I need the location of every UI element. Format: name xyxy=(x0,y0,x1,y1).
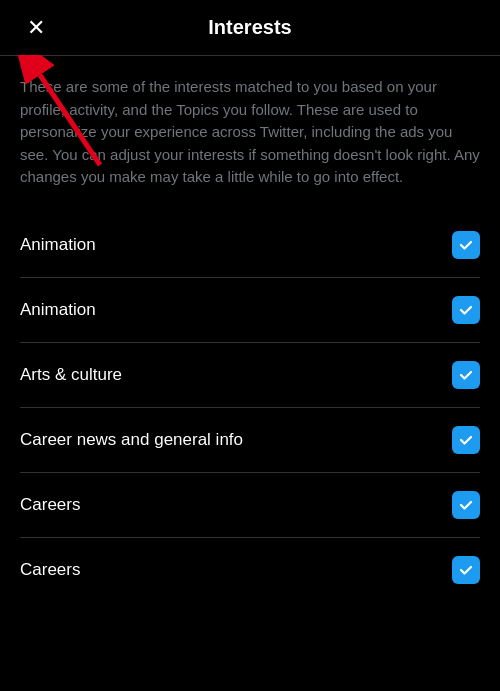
interest-checkbox[interactable] xyxy=(452,556,480,584)
interest-checkbox[interactable] xyxy=(452,426,480,454)
close-button[interactable]: ✕ xyxy=(20,12,52,44)
interest-checkbox[interactable] xyxy=(452,231,480,259)
description-text: These are some of the interests matched … xyxy=(0,56,500,213)
list-item: Careers xyxy=(20,473,480,538)
interest-checkbox[interactable] xyxy=(452,296,480,324)
interest-checkbox[interactable] xyxy=(452,491,480,519)
interest-label: Animation xyxy=(20,300,96,320)
header: ✕ Interests xyxy=(0,0,500,56)
list-item: Career news and general info xyxy=(20,408,480,473)
interest-label: Careers xyxy=(20,495,80,515)
list-item: Careers xyxy=(20,538,480,602)
interest-label: Animation xyxy=(20,235,96,255)
interest-label: Arts & culture xyxy=(20,365,122,385)
interests-list: Animation Animation Arts & culture Caree… xyxy=(0,213,500,602)
list-item: Animation xyxy=(20,278,480,343)
close-icon: ✕ xyxy=(27,15,45,41)
interest-checkbox[interactable] xyxy=(452,361,480,389)
page-title: Interests xyxy=(208,16,291,39)
interest-label: Careers xyxy=(20,560,80,580)
interest-label: Career news and general info xyxy=(20,430,243,450)
list-item: Animation xyxy=(20,213,480,278)
list-item: Arts & culture xyxy=(20,343,480,408)
